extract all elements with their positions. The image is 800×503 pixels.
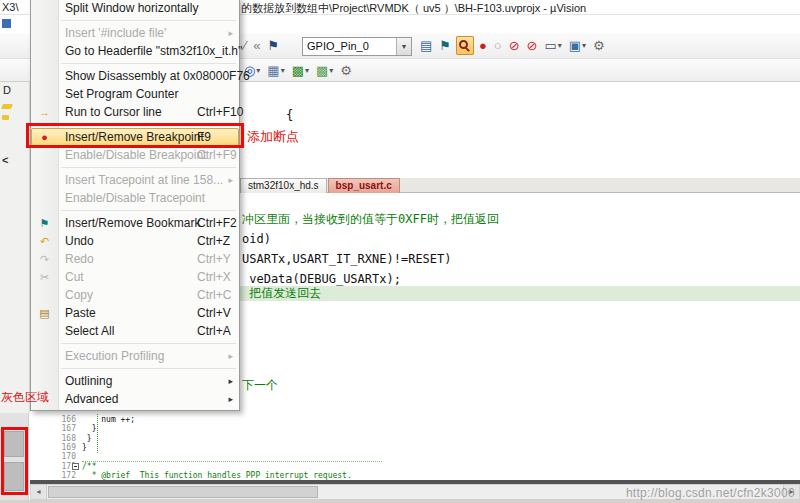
line-number: 172 bbox=[30, 471, 76, 480]
menu-item-paste[interactable]: ▤PasteCtrl+V bbox=[31, 304, 239, 322]
magnifier-breakpoint-icon[interactable] bbox=[456, 36, 474, 55]
menu-item-show-disassembly-at-0x08000f76[interactable]: Show Disassembly at 0x08000F76 bbox=[31, 67, 239, 85]
code-line[interactable]: veData(DEBUG_USARTx); bbox=[240, 272, 800, 287]
tab-stm32f10x-hd-s[interactable]: stm32f10x_hd.s bbox=[240, 178, 327, 193]
pane-caption-fragment: D bbox=[3, 84, 11, 96]
code-line-171[interactable]: 171/** bbox=[0, 462, 800, 471]
menu-item-set-program-counter[interactable]: Set Program Counter bbox=[31, 85, 239, 103]
app-icon-fragment bbox=[2, 19, 11, 28]
flag-icon[interactable]: ⚑ bbox=[265, 36, 281, 55]
window-layout-icon[interactable]: ▦▾ bbox=[265, 61, 286, 80]
editor-bottom-code[interactable]: 166 num ++;167 }168 }169}170171/**172 * … bbox=[0, 413, 800, 480]
memory-window-icon[interactable]: ▣▾ bbox=[567, 36, 588, 55]
tab-bsp-usart-c[interactable]: bsp_usart.c bbox=[328, 178, 400, 193]
paste-clipboard-icon: ▤ bbox=[31, 304, 58, 322]
editor-top-code[interactable]: 冲区里面，当接收到的值等于0XFF时，把值返回oid)USARTx,USART_… bbox=[240, 193, 800, 413]
bookmark-flag-icon[interactable]: ⚑ bbox=[437, 36, 453, 55]
gpio-pin-combobox[interactable]: GPIO_Pin_0 ▾ bbox=[302, 37, 412, 56]
tab-bar: stm32f10x_hd.sbsp_usart.c bbox=[240, 178, 800, 193]
menu-item-insert-include-file[interactable]: Insert '#include file'▸ bbox=[31, 24, 239, 42]
yellow-marker-icon bbox=[1, 104, 13, 109]
code-line[interactable]: 冲区里面，当接收到的值等于0XFF时，把值返回 bbox=[240, 212, 800, 227]
menu-item-enable-disable-tracepoint[interactable]: Enable/Disable Tracepoint bbox=[31, 189, 239, 207]
line-number: 167 bbox=[30, 424, 76, 433]
code-line[interactable]: oid) bbox=[240, 232, 800, 247]
line-number: 166 bbox=[30, 415, 76, 424]
margin-gray-block bbox=[4, 431, 24, 457]
breakpoint-margin[interactable] bbox=[0, 413, 29, 500]
dropdown-arrow-icon: ▾ bbox=[256, 66, 260, 75]
line-number: 168 bbox=[30, 434, 76, 443]
menu-item-advanced[interactable]: Advanced▸ bbox=[31, 390, 239, 408]
tools-gear-icon[interactable]: ⚙ bbox=[338, 61, 354, 80]
menu-item-enable-disable-breakpoint[interactable]: Enable/Disable BreakpointCtrl+F9 bbox=[31, 146, 239, 164]
menu-item-run-to-cursor-line[interactable]: →Run to Cursor lineCtrl+F10 bbox=[31, 103, 239, 121]
stop-sign-icon[interactable]: ⊘ bbox=[525, 36, 540, 55]
annotation-gray-area: 灰色区域 bbox=[1, 389, 49, 406]
menu-separator bbox=[61, 343, 236, 344]
menu-item-insert-tracepoint-at-line-158[interactable]: Insert Tracepoint at line 158...▸ bbox=[31, 171, 239, 189]
menu-separator bbox=[61, 20, 236, 21]
debug-windows-icon[interactable]: ▭▾ bbox=[542, 36, 563, 55]
cut-scissors-icon: ✂ bbox=[31, 268, 58, 286]
menu-item-execution-profiling[interactable]: Execution Profiling▸ bbox=[31, 347, 239, 365]
code-line-169[interactable]: 169} bbox=[0, 443, 800, 452]
menu-item-select-all[interactable]: Select AllCtrl+A bbox=[31, 322, 239, 340]
configure-gear-icon[interactable]: ⚙ bbox=[591, 36, 607, 55]
menu-separator bbox=[61, 124, 236, 125]
breakpoint-dot-icon: ● bbox=[31, 128, 58, 146]
insert-remove-breakpoint-icon[interactable]: ● bbox=[477, 36, 489, 55]
menu-separator bbox=[61, 210, 236, 211]
code-line-167[interactable]: 167 } bbox=[0, 424, 800, 433]
magnifier-glyph bbox=[459, 40, 468, 49]
toolbar-fragment-icon-2[interactable]: « bbox=[251, 36, 262, 55]
menu-item-undo[interactable]: ↶UndoCtrl+Z bbox=[31, 232, 239, 250]
menu-separator bbox=[61, 63, 236, 64]
line-number: 170 bbox=[30, 452, 76, 461]
menu-item-outlining[interactable]: Outlining▸ bbox=[31, 372, 239, 390]
toolbar-row1-pre: ⁄«⚑ bbox=[242, 36, 281, 55]
window-title: 的数据放到数组中\Project\RVMDK（ uv5 ）\BH-F103.uv… bbox=[241, 1, 586, 16]
yellow-marker-icon bbox=[2, 115, 9, 120]
combobox-dropdown-icon[interactable]: ▾ bbox=[396, 38, 411, 55]
code-line[interactable]: 把值发送回去 bbox=[240, 286, 800, 301]
toolbar-row1-post: ▤⚑●○⊘⊘▭▾▣▾⚙ bbox=[418, 36, 607, 55]
menu-item-cut[interactable]: ✂CutCtrl+X bbox=[31, 268, 239, 286]
title-path-fragment: X3\ bbox=[2, 1, 19, 13]
screen: X3\ 的数据放到数组中\Project\RVMDK（ uv5 ）\BH-F10… bbox=[0, 0, 800, 503]
scroll-left-arrow-icon[interactable]: ◂ bbox=[31, 485, 47, 499]
watermark-text: http://blog.csdn.net/cfn2k3000 bbox=[626, 486, 795, 500]
fold-collapse-icon[interactable] bbox=[72, 463, 79, 470]
menu-item-insert-remove-breakpoint[interactable]: ●Insert/Remove BreakpointF9 bbox=[31, 128, 239, 146]
line-number: 169 bbox=[30, 443, 76, 452]
code-line-168[interactable]: 168 } bbox=[0, 434, 800, 443]
scrollbar-thumb[interactable] bbox=[48, 486, 318, 498]
code-line[interactable]: USARTx,USART_IT_RXNE)!=RESET) bbox=[240, 252, 800, 267]
margin-gray-block bbox=[4, 462, 24, 491]
function-separator-line bbox=[82, 461, 382, 462]
disable-all-breakpoints-icon[interactable]: ○ bbox=[492, 36, 504, 55]
collapse-chevron-icon[interactable]: < bbox=[2, 154, 8, 166]
toolbar-fragment-icon-1[interactable]: ⁄ bbox=[242, 36, 248, 55]
dropdown-arrow-icon: ▾ bbox=[281, 66, 285, 75]
submenu-arrow-icon: ▸ bbox=[228, 372, 233, 390]
code-line-166[interactable]: 166 num ++; bbox=[0, 415, 800, 424]
code-line-172[interactable]: 172 * @brief This function handles PPP i… bbox=[0, 471, 800, 480]
kill-all-breakpoints-icon[interactable]: ⊘ bbox=[507, 36, 522, 55]
build-target-icon[interactable]: ▩▾ bbox=[290, 61, 311, 80]
undo-arrow-icon: ↶ bbox=[31, 232, 58, 250]
menu-item-insert-remove-bookmark[interactable]: ⚑Insert/Remove BookmarkCtrl+F2 bbox=[31, 214, 239, 232]
menu-item-copy[interactable]: CopyCtrl+C bbox=[31, 286, 239, 304]
context-menu: Split Window horizontallyInsert '#includ… bbox=[30, 0, 240, 411]
left-pane-fragment: D < bbox=[0, 82, 30, 413]
menu-item-go-to-headerfile-stm32f10x-it-h[interactable]: Go to Headerfile "stm32f10x_it.h" bbox=[31, 42, 239, 60]
notebook-icon[interactable]: ▤ bbox=[418, 36, 434, 55]
combobox-value: GPIO_Pin_0 bbox=[307, 40, 369, 52]
editor-upper-region[interactable]: { bbox=[240, 82, 800, 178]
menu-item-redo[interactable]: ↷RedoCtrl+Y bbox=[31, 250, 239, 268]
code-line[interactable]: 下一个 bbox=[240, 378, 800, 393]
submenu-arrow-icon: ▸ bbox=[228, 171, 233, 189]
batch-build-icon[interactable]: ▩▾ bbox=[314, 61, 335, 80]
redo-arrow-icon: ↷ bbox=[31, 250, 58, 268]
menu-item-split-window-horizontally[interactable]: Split Window horizontally bbox=[31, 0, 239, 17]
